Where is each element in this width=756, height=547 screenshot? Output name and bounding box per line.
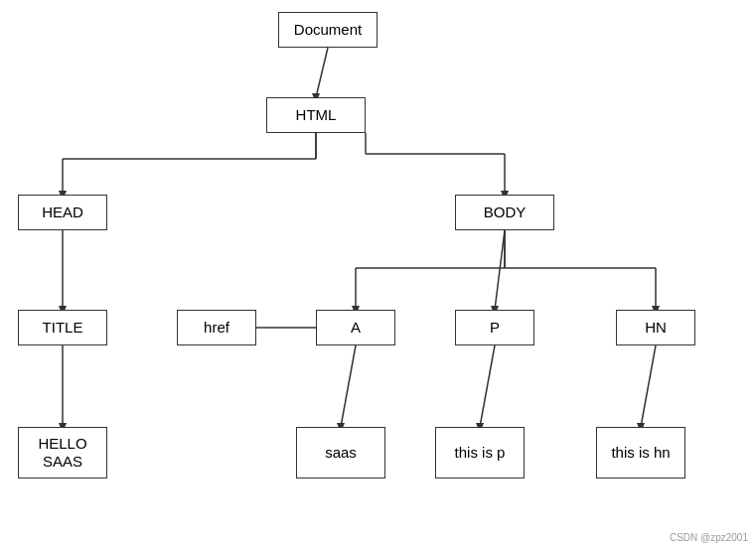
node-p: P: [455, 310, 534, 345]
node-head: HEAD: [18, 195, 107, 230]
node-body: BODY: [455, 195, 554, 230]
node-href: href: [177, 310, 256, 345]
node-this-is-p: this is p: [435, 427, 525, 479]
node-title: TITLE: [18, 310, 107, 345]
svg-line-17: [341, 345, 356, 427]
watermark: CSDN @zpz2001: [670, 532, 748, 543]
node-hn: HN: [616, 310, 695, 345]
node-this-is-hn: this is hn: [596, 427, 685, 479]
node-html: HTML: [266, 97, 366, 133]
node-hello-saas: HELLO SAAS: [18, 427, 107, 479]
svg-line-21: [641, 345, 656, 427]
svg-line-20: [480, 345, 495, 427]
svg-line-0: [316, 48, 328, 97]
node-document: Document: [278, 12, 378, 48]
dom-tree-diagram: Document HTML HEAD BODY TITLE href A P H…: [0, 0, 756, 547]
node-a: A: [316, 310, 395, 345]
node-saas: saas: [296, 427, 385, 479]
svg-line-13: [495, 230, 505, 310]
